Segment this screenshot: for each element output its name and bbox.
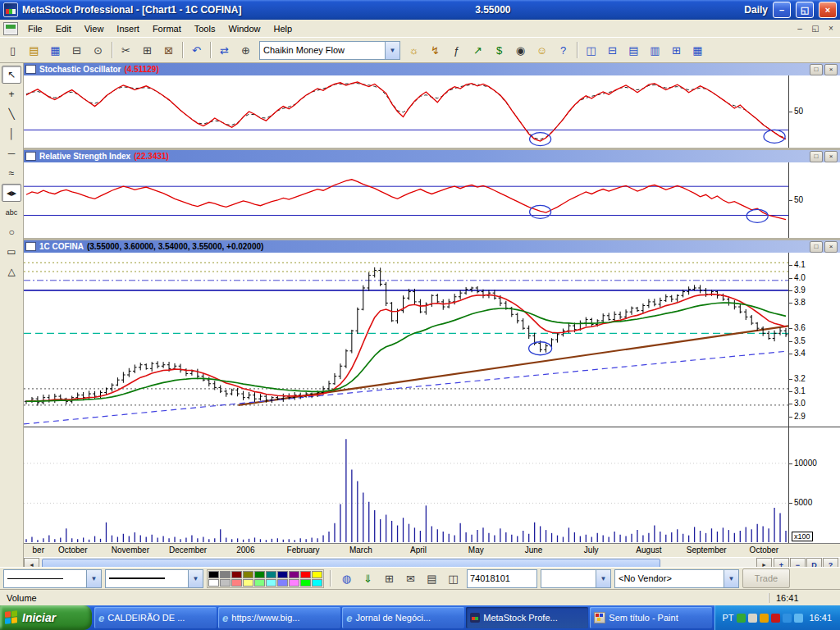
zoom-icon[interactable]: ⊕ [235, 40, 256, 61]
price-plot[interactable]: 4.14.03.93.83.63.53.43.23.13.02.9 [24, 253, 840, 427]
downloader-icon[interactable]: ⇓ [358, 568, 378, 589]
online-quotes-icon[interactable]: ◍ [336, 568, 357, 589]
grid-layout-icon[interactable]: ⊞ [666, 40, 687, 61]
security-center-icon[interactable] [760, 614, 769, 623]
save-icon[interactable]: ▦ [45, 40, 66, 61]
chevron-down-icon[interactable]: ▼ [86, 570, 101, 587]
cascade-icon[interactable]: ▤ [623, 40, 644, 61]
menu-insert[interactable]: Insert [110, 22, 146, 35]
menu-tools[interactable]: Tools [188, 22, 222, 35]
text-tool[interactable]: abc [2, 203, 21, 221]
title-bar[interactable]: MetaStock Professional - [Chart1 - 1C CO… [0, 0, 840, 20]
stochastic-panel-header[interactable]: Stochastic Oscillator (4.51129) □ × [24, 63, 840, 75]
zoom-out-button[interactable]: − [790, 558, 806, 567]
print-preview-icon[interactable]: ⊙ [88, 40, 108, 61]
chevron-down-icon[interactable]: ▼ [385, 42, 399, 59]
pane-maximize-button[interactable]: □ [810, 64, 823, 75]
arrange-icons-icon[interactable]: ▥ [645, 40, 665, 61]
color-swatch[interactable] [208, 579, 219, 587]
new-chart-icon[interactable]: ▯ [2, 40, 23, 61]
scrollbar-thumb[interactable] [42, 559, 660, 567]
trendline-tool[interactable]: ╲ [2, 105, 21, 123]
trade-button[interactable]: Trade [742, 568, 790, 588]
periodicity-label[interactable]: Daily [744, 4, 768, 16]
menu-view[interactable]: View [78, 22, 111, 35]
scroll-tool[interactable]: ◂▸ [2, 184, 21, 202]
system-tester-icon[interactable]: ↗ [468, 40, 488, 61]
chart-window-icon[interactable] [3, 22, 18, 35]
line-style-dropdown[interactable]: ▼ [3, 569, 102, 588]
taskbar-task[interactable]: ehttps://www.big... [218, 607, 340, 628]
mdi-minimize-button[interactable]: – [792, 22, 807, 34]
color-swatch[interactable] [231, 579, 242, 587]
community-icon[interactable]: ☺ [532, 40, 552, 61]
chevron-down-icon[interactable]: ▼ [724, 570, 738, 587]
zigzag-tool[interactable]: ≈ [2, 164, 21, 182]
price-panel-header[interactable]: 1C COFINA (3.55000, 3.60000, 3.54000, 3.… [24, 240, 840, 253]
tile-horizontal-icon[interactable]: ⊟ [602, 40, 623, 61]
scroll-right-button[interactable]: ► [756, 558, 772, 567]
report-icon[interactable]: ▤ [422, 568, 442, 589]
cut-icon[interactable]: ✂ [116, 40, 136, 61]
pane-close-button[interactable]: × [824, 151, 838, 162]
start-button[interactable]: Iniciar [0, 605, 92, 630]
line-weight-dropdown[interactable]: ▼ [105, 569, 203, 588]
taskbar-task[interactable]: MetaStock Profe... [466, 607, 588, 628]
print-icon[interactable]: ⊟ [66, 40, 87, 61]
color-swatch[interactable] [208, 571, 219, 578]
ati-icon[interactable] [771, 614, 780, 623]
alert-icon[interactable]: ↯ [425, 40, 445, 61]
color-swatch[interactable] [266, 579, 276, 587]
chevron-down-icon[interactable]: ▼ [596, 570, 610, 587]
scroll-left-button[interactable]: ◄ [24, 558, 39, 567]
triangle-tool[interactable]: △ [2, 262, 21, 281]
color-swatch[interactable] [289, 571, 299, 578]
calendar-icon[interactable]: ⊞ [379, 568, 399, 589]
pointer-tool[interactable]: ↖ [2, 66, 21, 84]
open-chart-icon[interactable]: ▤ [24, 40, 44, 61]
close-button[interactable]: × [819, 2, 837, 18]
mdi-close-button[interactable]: × [824, 22, 838, 34]
language-indicator[interactable]: PT [722, 613, 733, 623]
menu-format[interactable]: Format [146, 22, 188, 35]
mail-icon[interactable]: ✉ [400, 568, 421, 589]
symbol-number-input[interactable] [467, 569, 537, 588]
rectangle-tool[interactable]: ▭ [2, 243, 21, 261]
chart-help-button[interactable]: ? [823, 558, 838, 567]
explorer-icon[interactable]: ◉ [510, 40, 531, 61]
color-swatch[interactable] [277, 579, 288, 587]
wifi-icon[interactable] [794, 614, 803, 623]
taskbar-task[interactable]: eJornal de Negóci... [342, 607, 464, 628]
undo-icon[interactable]: ↶ [186, 40, 207, 61]
color-swatch[interactable] [220, 571, 231, 578]
taskbar-task[interactable]: eCALDEIRÃO DE ... [94, 607, 217, 628]
pane-maximize-button[interactable]: □ [810, 151, 823, 162]
workspace-icon[interactable]: ▦ [687, 40, 708, 61]
columns-icon[interactable]: ◫ [443, 568, 463, 589]
color-swatch[interactable] [312, 571, 322, 578]
rsi-panel-header[interactable]: Relative Strength Index (22.3431) □ × [24, 150, 840, 162]
volume-plot[interactable]: x100 100005000 [24, 427, 840, 543]
volume-icon[interactable] [748, 614, 757, 623]
color-swatch[interactable] [266, 571, 276, 578]
scrollbar-track[interactable] [39, 558, 756, 567]
color-swatch[interactable] [300, 579, 311, 587]
color-swatch[interactable] [243, 571, 253, 578]
menu-edit[interactable]: Edit [49, 22, 78, 35]
scroll-chart-icon[interactable]: ⇄ [214, 40, 235, 61]
pane-close-button[interactable]: × [824, 64, 838, 75]
color-swatch[interactable] [300, 571, 311, 578]
mdi-restore-button[interactable]: ◱ [808, 22, 823, 34]
color-swatch[interactable] [231, 571, 242, 578]
stochastic-plot[interactable]: 50 [24, 75, 840, 148]
color-swatch[interactable] [289, 579, 299, 587]
rsi-plot[interactable]: 50 [24, 162, 840, 238]
zoom-reset-button[interactable]: D [806, 558, 822, 567]
color-swatch[interactable] [312, 579, 322, 587]
copy-icon[interactable]: ⊞ [137, 40, 158, 61]
color-swatch[interactable] [243, 579, 253, 587]
color-swatch[interactable] [254, 571, 265, 578]
horizontal-line-tool[interactable]: ─ [2, 144, 21, 162]
indicator-builder-icon[interactable]: ƒ [446, 40, 467, 61]
paste-icon[interactable]: ⊠ [158, 40, 179, 61]
